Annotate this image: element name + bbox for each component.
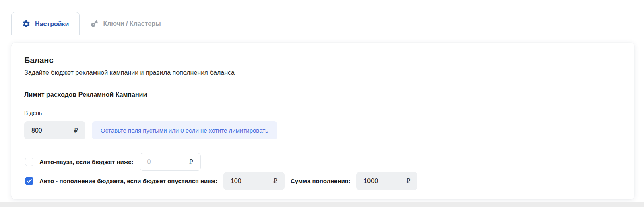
auto-pause-label: Авто-пауза, если бюджет ниже:: [39, 158, 134, 165]
ruble-sign: ₽: [189, 158, 193, 166]
tab-bar: Настройки Ключи / Кластеры: [11, 12, 636, 35]
auto-topup-row: Авто - пополнение бюджета, если бюджет о…: [25, 172, 621, 190]
gear-icon: [22, 20, 31, 28]
limit-hint-box: Оставьте поля пустыми или 0 если не хоти…: [92, 121, 277, 139]
auto-pause-checkbox[interactable]: [25, 158, 33, 166]
balance-settings-card: Баланс Задайте бюджет рекламной кампании…: [11, 43, 634, 199]
balance-section-title: Баланс: [24, 56, 621, 65]
page-bottom-edge: [0, 202, 644, 207]
auto-pause-threshold-field: ₽: [140, 153, 201, 171]
tab-keys-clusters[interactable]: Ключи / Кластеры: [80, 12, 171, 35]
auto-pause-threshold-input[interactable]: [147, 158, 183, 166]
auto-topup-threshold-input[interactable]: [231, 178, 266, 185]
per-day-amount-input[interactable]: [31, 127, 67, 134]
topup-amount-input[interactable]: [363, 178, 399, 185]
auto-pause-row: Авто-пауза, если бюджет ниже: ₽: [25, 153, 621, 171]
auto-topup-label: Авто - пополнение бюджета, если бюджет о…: [39, 178, 217, 184]
balance-section-subtitle: Задайте бюджет рекламной кампании и прав…: [24, 69, 621, 76]
auto-topup-checkbox[interactable]: [25, 177, 33, 185]
spend-limit-title: Лимит расходов Рекламной Кампании: [24, 91, 621, 98]
topup-amount-field: ₽: [356, 172, 417, 190]
tab-settings-label: Настройки: [35, 20, 69, 28]
topup-amount-label: Сумма пополнения:: [291, 178, 351, 184]
per-day-amount-field: ₽: [24, 121, 85, 139]
limit-hint-text: Оставьте поля пустыми или 0 если не хоти…: [101, 127, 268, 134]
tab-keys-clusters-label: Ключи / Кластеры: [103, 20, 161, 27]
ruble-sign: ₽: [273, 177, 277, 185]
ruble-sign: ₽: [406, 177, 410, 185]
budget-rules: Авто-пауза, если бюджет ниже: ₽ Авто - п…: [24, 153, 621, 190]
auto-topup-threshold-field: ₽: [223, 172, 285, 190]
per-day-label: В день: [24, 110, 621, 116]
check-icon: [27, 178, 32, 184]
key-icon: [90, 19, 99, 28]
tab-settings[interactable]: Настройки: [11, 12, 80, 35]
ruble-sign: ₽: [74, 127, 78, 134]
per-day-row: ₽ Оставьте поля пустыми или 0 если не хо…: [24, 121, 621, 139]
